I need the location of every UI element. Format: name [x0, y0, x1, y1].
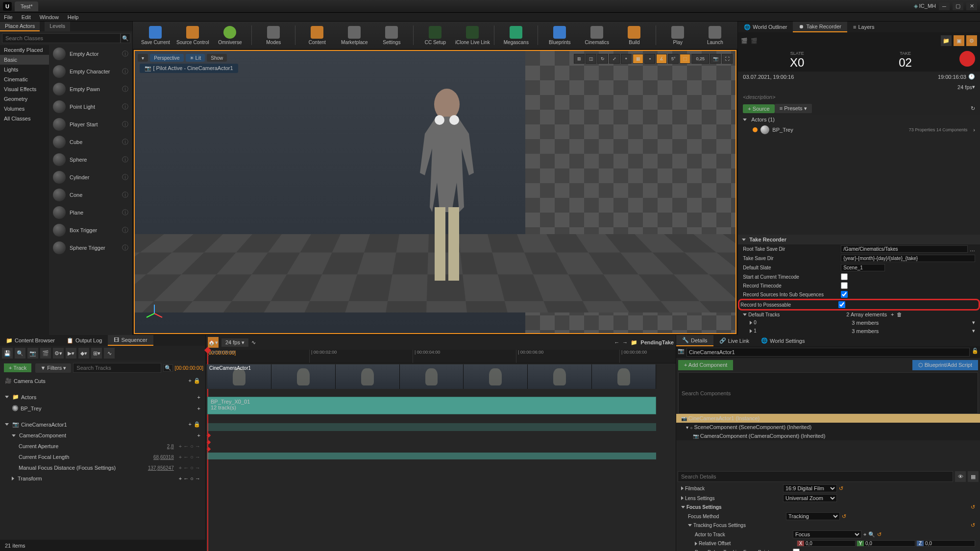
tab-world-outliner[interactable]: 🌐 World Outliner — [738, 22, 793, 32]
transform-track[interactable]: Transform+ ← ○ → — [0, 473, 205, 484]
vp-tool-button[interactable]: ↻ — [597, 54, 608, 64]
record-enabled-icon[interactable] — [753, 127, 758, 132]
fps-dropdown[interactable]: 24 fps ▾ — [221, 338, 248, 347]
list-item[interactable]: Point Lightⓘ — [49, 98, 132, 116]
vp-tool-button[interactable]: ▪ — [644, 54, 655, 64]
presets-button[interactable]: ≡ Presets ▾ — [775, 104, 812, 113]
iclone-button[interactable]: iClone Live Link — [455, 23, 490, 48]
info-icon[interactable]: ⓘ — [122, 67, 128, 76]
info-icon[interactable]: ⓘ — [122, 208, 128, 217]
info-icon[interactable]: ⓘ — [122, 173, 128, 182]
fps-label[interactable]: 24 fps — [957, 84, 972, 90]
tab-sequencer[interactable]: 🎞 Sequencer — [108, 335, 153, 346]
search-icon[interactable]: 🔍 — [121, 33, 130, 43]
search-classes-input[interactable] — [2, 33, 121, 43]
focal-length-track[interactable]: Current Focal Length68,60318+ ← ○ → — [0, 452, 205, 462]
info-icon[interactable]: ⓘ — [122, 226, 128, 235]
y-input[interactable]: 0,0 — [864, 541, 915, 546]
list-item[interactable]: Box Triggerⓘ — [49, 221, 132, 239]
reset-icon[interactable]: ↺ — [877, 531, 882, 538]
maximize-viewport-button[interactable]: ⛶ — [722, 54, 733, 64]
info-icon[interactable]: ⓘ — [122, 155, 128, 164]
seq-curve-button[interactable]: ∿ — [104, 348, 115, 359]
x-input[interactable]: 0,0 — [804, 541, 855, 546]
reset-icon[interactable]: ↺ — [842, 513, 846, 520]
eyedropper-icon[interactable]: ⌖ — [863, 531, 866, 538]
open-folder-button[interactable]: 📁 — [941, 35, 952, 46]
play-button[interactable]: Play — [660, 23, 695, 48]
pending-take-label[interactable]: PendingTake — [640, 339, 674, 345]
camera-component-row[interactable]: 📷 CameraComponent (CameraComponent) (Inh… — [676, 431, 980, 440]
seq-options-button[interactable]: ⚙▾ — [53, 348, 64, 359]
seq-play-button[interactable]: ▶▾ — [66, 348, 76, 359]
vp-snap-angle-button[interactable]: ∡ — [656, 54, 667, 64]
seq-camera-button[interactable]: 📷 — [27, 348, 38, 359]
cat-cinematic[interactable]: Cinematic — [0, 74, 49, 84]
bp-trey-track[interactable]: 🔘 BP_Trey+ — [0, 403, 205, 414]
info-icon[interactable]: ⓘ — [122, 120, 128, 129]
ellipsis-button[interactable]: … — [970, 246, 975, 252]
lock-icon[interactable]: 🔒 — [194, 421, 200, 428]
snap-scale-value[interactable]: 0,25 — [691, 54, 709, 64]
sequence-dropdown-button[interactable]: 🏠▾ — [208, 337, 219, 348]
show-button[interactable]: Show — [207, 54, 227, 62]
camera-cuts-clip[interactable]: CineCameraActor1 — [207, 364, 656, 389]
add-track-button[interactable]: + Track — [4, 363, 31, 372]
info-icon[interactable]: ⓘ — [122, 49, 128, 58]
seq-find-button[interactable]: 🔍 — [15, 348, 25, 359]
viewport-menu-button[interactable]: ▾ — [138, 54, 148, 62]
list-item[interactable]: Empty Actorⓘ — [49, 45, 132, 63]
search-tracks-input[interactable] — [73, 363, 161, 373]
slate-value[interactable]: X0 — [743, 56, 851, 70]
keyframe[interactable] — [207, 447, 211, 451]
omniverse-button[interactable]: Omniverse — [212, 23, 247, 48]
cat-basic[interactable]: Basic — [0, 55, 49, 65]
lock-icon[interactable]: 🔓 — [972, 348, 979, 357]
list-item[interactable]: Sphere Triggerⓘ — [49, 239, 132, 257]
settings-button[interactable]: Settings — [374, 23, 409, 48]
record-possessable-checkbox[interactable] — [838, 301, 845, 308]
section-header[interactable]: Focus Settings — [686, 504, 784, 510]
keyframe[interactable] — [207, 433, 211, 437]
list-item[interactable]: Empty Pawnⓘ — [49, 80, 132, 98]
add-icon[interactable]: + — [197, 432, 200, 438]
list-item[interactable]: Cubeⓘ — [49, 133, 132, 151]
tab-content-browser[interactable]: 📁 Content Browser — [0, 335, 61, 346]
info-icon[interactable]: ⓘ — [122, 191, 128, 199]
lock-icon[interactable]: 🔒 — [194, 378, 200, 384]
tab-world-settings[interactable]: 🌐 World Settings — [755, 335, 810, 346]
filter-button[interactable]: 👁 — [955, 471, 966, 482]
list-item[interactable]: Empty Characterⓘ — [49, 63, 132, 80]
vp-tool-button[interactable]: ◫ — [586, 54, 596, 64]
take-save-dir-input[interactable] — [841, 255, 975, 262]
blueprint-button[interactable]: ⬡ Blueprint/Add Script — [912, 360, 978, 370]
chevron-right-icon[interactable]: › — [973, 127, 975, 133]
take-recorder-section[interactable]: Take Recorder — [738, 235, 980, 244]
description-input[interactable] — [743, 94, 975, 100]
tab-live-link[interactable]: 🔗 Live Link — [713, 335, 755, 346]
search-components-input[interactable] — [678, 372, 978, 414]
snap-angle-value[interactable]: 5° — [668, 54, 679, 64]
aperture-track[interactable]: Current Aperture2,8+ ← ○ → — [0, 441, 205, 452]
add-icon[interactable]: + — [189, 421, 192, 428]
focus-method-select[interactable]: Tracking — [786, 512, 840, 520]
launch-button[interactable]: Launch — [697, 23, 733, 48]
grid-view-button[interactable]: ▦ — [968, 471, 979, 482]
reset-icon[interactable]: ↺ — [971, 522, 975, 528]
tab-place-actors[interactable]: Place Actors — [0, 22, 40, 31]
record-button[interactable] — [959, 51, 975, 67]
tab-layers[interactable]: ≡ Layers — [847, 22, 880, 32]
seq-key-button[interactable]: ◆▾ — [78, 348, 89, 359]
vp-snap-grid-button[interactable]: ▦ — [633, 54, 643, 64]
cine-camera-track[interactable]: 📷 CineCameraActor1+🔒 — [0, 419, 205, 430]
browse-icon[interactable]: 🔍 — [868, 531, 875, 538]
browse-icon[interactable]: 🎬 — [751, 38, 758, 44]
lens-select[interactable]: Universal Zoom — [783, 494, 837, 502]
actor-name[interactable]: BP_Trey — [772, 127, 793, 133]
viewport[interactable]: ▾ Perspective ☀ Lit Show 📷 [ Pilot Activ… — [134, 50, 736, 334]
camera-cuts-track[interactable]: 🎥 Camera Cuts+🔒 — [0, 375, 205, 386]
cc-setup-button[interactable]: CC Setup — [417, 23, 453, 48]
list-item[interactable]: Coneⓘ — [49, 186, 132, 204]
take-value[interactable]: 02 — [851, 56, 959, 70]
add-source-button[interactable]: + Source — [743, 104, 774, 113]
